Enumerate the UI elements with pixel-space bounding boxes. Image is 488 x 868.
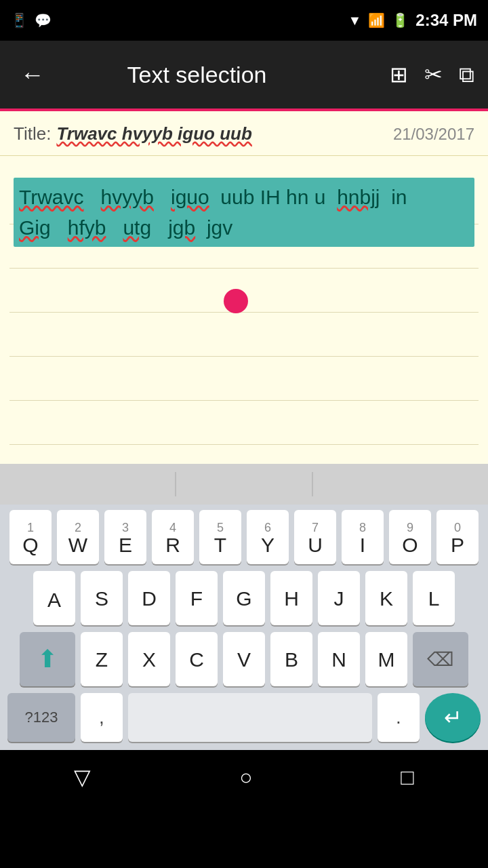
keyboard-row-1: 1 Q 2 W 3 E 4 R 5 T 6 Y 7 U 8 I — [4, 510, 484, 564]
key-u[interactable]: 7 U — [294, 510, 336, 564]
key-i[interactable]: 8 I — [342, 510, 384, 564]
enter-icon: ↵ — [444, 705, 462, 730]
comma-label: , — [99, 707, 104, 728]
note-title-row: Title: Trwavc hvyyb iguo uub 21/03/2017 — [0, 111, 488, 156]
keyboard-row-3: ⬆ Z X C V B N M ⌫ — [4, 632, 484, 686]
signal-icon: 📶 — [368, 12, 385, 28]
blank-content-area — [14, 247, 474, 450]
selected-text-container: Trwavc hvyyb iguo uub IH hn u hnbjj in G… — [14, 170, 474, 247]
backspace-icon: ⌫ — [427, 648, 454, 671]
selected-text: Trwavc hvyyb iguo uub IH hn u hnbjj in G… — [19, 186, 407, 239]
key-t[interactable]: 5 T — [199, 510, 241, 564]
copy-icon[interactable]: ⧉ — [459, 62, 474, 87]
note-title-section: Title: Trwavc hvyyb iguo uub — [14, 123, 252, 144]
battery-icon: 🔋 — [392, 12, 409, 28]
space-key[interactable] — [128, 693, 372, 742]
selection-handle[interactable] — [224, 289, 248, 313]
note-area: Title: Trwavc hvyyb iguo uub 21/03/2017 … — [0, 111, 488, 464]
key-a[interactable]: A — [33, 571, 75, 625]
key-w[interactable]: 2 W — [57, 510, 99, 564]
keyboard: 1 Q 2 W 3 E 4 R 5 T 6 Y 7 U 8 I — [0, 505, 488, 750]
time-display: 2:34 PM — [415, 11, 477, 30]
shift-button[interactable]: ⬆ — [20, 632, 75, 686]
key-b[interactable]: B — [270, 632, 312, 686]
key-o[interactable]: 9 O — [389, 510, 431, 564]
period-label: . — [396, 707, 401, 728]
key-e[interactable]: 3 E — [104, 510, 146, 564]
key-v[interactable]: V — [223, 632, 265, 686]
keyboard-row-4: ?123 , . ↵ — [4, 693, 484, 742]
status-left: 📱 💬 — [11, 12, 52, 28]
key-j[interactable]: J — [318, 571, 360, 625]
key-p[interactable]: 0 P — [436, 510, 479, 564]
shift-icon: ⬆ — [37, 645, 58, 673]
enter-button[interactable]: ↵ — [425, 693, 481, 742]
cut-icon[interactable]: ✂ — [424, 62, 443, 87]
key-x[interactable]: X — [128, 632, 170, 686]
key-y[interactable]: 6 Y — [247, 510, 289, 564]
key-z[interactable]: Z — [81, 632, 123, 686]
key-h[interactable]: H — [270, 571, 312, 625]
message-icon: 💬 — [35, 12, 52, 28]
back-button[interactable]: ← — [14, 54, 58, 96]
select-all-icon[interactable]: ⊞ — [390, 62, 408, 87]
keyboard-separator — [0, 464, 488, 505]
page-title: Text selection — [58, 62, 336, 88]
note-content[interactable]: Trwavc hvyyb iguo uub IH hn u hnbjj in G… — [0, 156, 488, 464]
period-key[interactable]: . — [378, 693, 420, 742]
status-right: ▼ 📶 🔋 2:34 PM — [348, 11, 478, 30]
home-nav-icon[interactable]: ○ — [239, 765, 252, 790]
selected-text-block[interactable]: Trwavc hvyyb iguo uub IH hn u hnbjj in G… — [14, 178, 474, 247]
status-bar: 📱 💬 ▼ 📶 🔋 2:34 PM — [0, 0, 488, 41]
recent-nav-icon[interactable]: □ — [401, 765, 413, 790]
key-d[interactable]: D — [128, 571, 170, 625]
nav-bar: ▽ ○ □ — [0, 750, 488, 804]
comma-key[interactable]: , — [81, 693, 123, 742]
backspace-button[interactable]: ⌫ — [413, 632, 468, 686]
sym-button[interactable]: ?123 — [7, 693, 75, 742]
toolbar-icons: ⊞ ✂ ⧉ — [390, 62, 474, 87]
key-q[interactable]: 1 Q — [9, 510, 52, 564]
key-c[interactable]: C — [176, 632, 218, 686]
sim-icon: 📱 — [11, 12, 28, 28]
note-title-value: Trwavc hvyyb iguo uub — [56, 123, 251, 144]
note-date: 21/03/2017 — [393, 125, 474, 144]
key-g[interactable]: G — [223, 571, 265, 625]
key-l[interactable]: L — [413, 571, 455, 625]
key-n[interactable]: N — [318, 632, 360, 686]
key-k[interactable]: K — [365, 571, 407, 625]
wifi-icon: ▼ — [348, 13, 362, 28]
keyboard-row-2: A S D F G H J K L — [4, 571, 484, 625]
sep-line-right — [312, 472, 313, 496]
key-m[interactable]: M — [365, 632, 407, 686]
key-s[interactable]: S — [81, 571, 123, 625]
key-f[interactable]: F — [176, 571, 218, 625]
key-r[interactable]: 4 R — [152, 510, 194, 564]
sym-label: ?123 — [25, 709, 58, 726]
sep-line-left — [175, 472, 176, 496]
back-nav-icon[interactable]: ▽ — [74, 764, 91, 790]
toolbar: ← Text selection ⊞ ✂ ⧉ — [0, 41, 488, 108]
title-label: Title: — [14, 123, 51, 144]
